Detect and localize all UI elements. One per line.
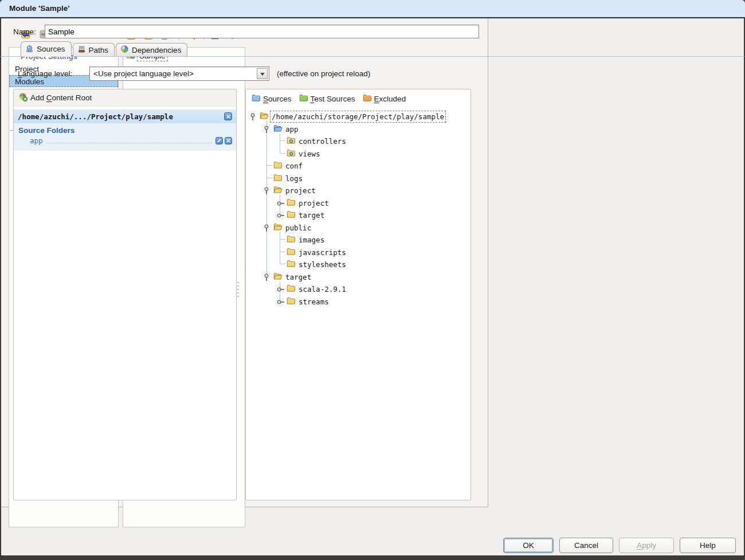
tree-node-label[interactable]: app [284,123,300,135]
tree-row[interactable]: target [246,209,469,221]
edit-folder-properties-icon[interactable] [215,137,223,144]
add-content-root-label: Add Content Root [30,93,92,102]
remove-source-folder-icon[interactable] [225,137,232,144]
remove-content-root-icon[interactable] [224,112,232,120]
directory-tree: SourcesTest SourcesExcluded /home/azuchi… [246,89,470,500]
folder-open-icon [273,222,283,233]
tree-row[interactable]: controllers [246,135,469,147]
tree-row[interactable]: target [246,271,469,283]
tree-node-label[interactable]: stylesheets [297,259,348,271]
tab-content-border [1,56,744,57]
legend-test-sources[interactable]: Test Sources [299,93,355,104]
tree-expander-expanded-icon[interactable] [263,186,270,197]
tree-row[interactable]: public [246,221,469,234]
tree-row[interactable]: project [246,184,469,197]
module-name-input[interactable] [45,25,479,38]
add-content-root-icon [18,92,28,103]
legend-sources[interactable]: Sources [252,93,292,104]
tree-expander-collapsed-icon[interactable] [276,286,285,295]
paths-tab-icon [77,45,86,55]
folder-icon [287,259,296,270]
folder-icon [287,296,296,307]
window-border-bottom [0,555,745,560]
tree-expander-expanded-icon[interactable] [263,224,270,234]
tree-node-label[interactable]: project [284,185,317,197]
tree-node-label[interactable]: views [297,148,322,160]
tree-row[interactable]: logs [246,172,469,185]
apply-button: Apply [619,538,674,553]
inner-splitter-handle[interactable] [237,281,240,299]
source-folder-row[interactable]: app [14,135,236,146]
tree-row[interactable]: javascripts [246,246,469,259]
content-roots-panel: Add Content Root /home/azuchi/.../Projec… [13,89,237,500]
tab-label: Dependencies [132,46,181,54]
content-root-path: /home/azuchi/.../Project/play/sample [18,112,224,121]
directory-tree-panel: SourcesTest SourcesExcluded /home/azuchi… [245,89,471,500]
folder-open-source-icon [273,124,283,135]
folder-icon [287,247,296,258]
tree-row[interactable]: app [246,123,469,135]
tab-label: Sources [37,45,65,53]
folder-icon [273,160,283,171]
folder-open-icon [273,272,283,283]
folder-open-icon [273,185,283,196]
tree-row[interactable]: streams [246,295,469,308]
dialog-footer: OKCancelApplyHelp [0,538,745,555]
tree-node-label[interactable]: scala-2.9.1 [297,283,348,295]
tree-node-label[interactable]: controllers [297,135,348,147]
language-level-note: (effective on project reload) [277,69,370,78]
legend-excluded[interactable]: Excluded [363,93,406,104]
tab-dependencies[interactable]: Dependencies [116,43,187,56]
folder-icon [273,173,283,184]
package-icon [287,148,296,159]
project-structure-dialog: Project Structure Project SettingsProjec… [0,0,745,560]
leader-line [46,143,212,143]
legend-label: Test Sources [311,95,355,103]
tree-row[interactable]: /home/azuchi/storage/Project/play/sample [246,110,469,123]
tree-node-label[interactable]: project [297,197,331,209]
tree-row[interactable]: images [246,233,469,246]
folder-type-legend: SourcesTest SourcesExcluded [252,93,406,104]
tree-node-label[interactable]: logs [284,173,304,185]
tab-sources[interactable]: Sources [21,41,72,56]
package-icon [287,136,296,147]
tree-expander-collapsed-icon[interactable] [276,212,285,221]
tree-expander-collapsed-icon[interactable] [276,200,285,209]
add-content-root-button[interactable]: Add Content Root [14,89,236,107]
module-banner-title: Module 'Sample' [9,4,69,13]
tree-expander-expanded-icon[interactable] [249,112,256,123]
tree-node-label[interactable]: target [284,271,313,283]
tab-paths[interactable]: Paths [73,43,115,56]
help-button[interactable]: Help [680,538,736,553]
source-folders-label: Source Folders [14,126,236,135]
tree-node-label[interactable]: public [284,222,313,234]
tree-expander-expanded-icon[interactable] [263,125,270,136]
language-level-select[interactable]: <Use project language level> [89,66,269,81]
tree-row[interactable]: views [246,147,469,160]
tree-node-label[interactable]: images [297,234,326,246]
folder-icon [287,210,296,221]
tree-node-label[interactable]: target [297,209,326,221]
name-label: Name: [13,28,36,36]
legend-label: Sources [263,95,292,103]
cancel-button[interactable]: Cancel [559,538,613,553]
chevron-down-icon[interactable] [257,68,268,79]
tree-node-label[interactable]: /home/azuchi/storage/Project/play/sample [270,111,446,123]
tree-expander-expanded-icon[interactable] [263,273,270,284]
folder-icon [287,284,296,295]
ok-button[interactable]: OK [503,538,554,553]
tree-node-label[interactable]: javascripts [297,246,348,259]
folder-open-icon [260,111,269,122]
source-folder-name[interactable]: app [30,136,43,145]
tree-row[interactable]: scala-2.9.1 [246,283,469,295]
tree-row[interactable]: conf [246,159,469,172]
content-root-row[interactable]: /home/azuchi/.../Project/play/sample [14,109,236,123]
tree-node-label[interactable]: conf [284,160,304,172]
language-level-value: <Use project language level> [93,69,194,78]
tree-row[interactable]: project [246,197,469,209]
folder-icon [287,198,296,209]
tree-expander-collapsed-icon[interactable] [276,299,285,307]
tree-node-label[interactable]: streams [297,296,331,308]
legend-orange-folder-icon [363,93,372,104]
tree-row[interactable]: stylesheets [246,258,469,271]
